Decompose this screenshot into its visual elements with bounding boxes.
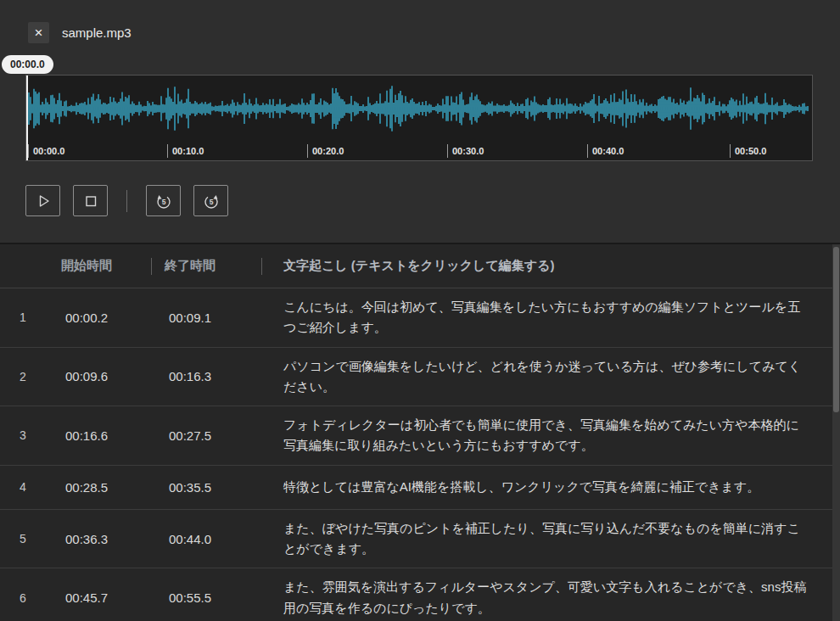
row-start-time[interactable]: 00:45.7 bbox=[44, 590, 129, 605]
waveform bbox=[26, 78, 812, 139]
transcript-header: 開始時間 終了時間 文字起こし (テキストをクリックして編集する) bbox=[0, 244, 840, 288]
scrollbar-thumb[interactable] bbox=[833, 247, 839, 412]
svg-text:5: 5 bbox=[161, 198, 165, 206]
svg-text:5: 5 bbox=[209, 198, 213, 206]
row-start-time[interactable]: 00:00.2 bbox=[44, 310, 129, 325]
rewind-5-button[interactable]: 5 bbox=[146, 185, 181, 216]
stop-icon bbox=[80, 190, 102, 212]
forward-5-button[interactable]: 5 bbox=[193, 185, 228, 216]
row-text[interactable]: 特徴としては豊富なAI機能を搭載し、ワンクリックで写真を綺麗に補正できます。 bbox=[251, 468, 840, 506]
ruler-label: 00:10.0 bbox=[167, 144, 204, 158]
col-header-end: 終了時間 bbox=[129, 258, 251, 274]
titlebar: × sample.mp3 bbox=[0, 0, 840, 43]
play-button[interactable] bbox=[25, 185, 60, 216]
transcript-row: 6 00:45.7 00:55.5 また、雰囲気を演出するフィルターやスタンプ、… bbox=[0, 568, 840, 621]
playhead-marker[interactable] bbox=[26, 76, 28, 160]
row-index: 3 bbox=[0, 428, 44, 442]
row-end-time[interactable]: 00:35.5 bbox=[129, 480, 251, 495]
row-start-time[interactable]: 00:09.6 bbox=[44, 369, 129, 383]
ruler-label: 00:40.0 bbox=[587, 144, 624, 158]
transcript-row: 1 00:00.2 00:09.1 こんにちは。今回は初めて、写真編集をしたい方… bbox=[0, 288, 840, 348]
controls-divider bbox=[126, 190, 127, 212]
transcript-section: 開始時間 終了時間 文字起こし (テキストをクリックして編集する) 1 00:0… bbox=[0, 243, 840, 621]
row-start-time[interactable]: 00:28.5 bbox=[44, 480, 129, 495]
header-separator bbox=[261, 258, 262, 275]
time-ruler: 00:00.0 00:10.0 00:20.0 00:30.0 00:40.0 … bbox=[26, 141, 812, 159]
transcript-row: 5 00:36.3 00:44.0 また、ぼやけた写真のピントを補正したり、写真… bbox=[0, 510, 840, 569]
row-end-time[interactable]: 00:27.5 bbox=[129, 428, 251, 443]
transcript-row: 2 00:09.6 00:16.3 パソコンで画像編集をしたいけど、どれを使うか… bbox=[0, 348, 840, 407]
row-end-time[interactable]: 00:44.0 bbox=[129, 532, 251, 546]
row-text[interactable]: また、ぼやけた写真のピントを補正したり、写真に写り込んだ不要なものを簡単に消すこ… bbox=[251, 510, 840, 568]
player-section: × sample.mp3 00:00.0 00:00.0 00:10.0 00:… bbox=[0, 0, 840, 243]
forward-5-icon: 5 bbox=[200, 190, 222, 212]
row-text[interactable]: こんにちは。今回は初めて、写真編集をしたい方にもおすすめの編集ソフトとツールを五… bbox=[251, 288, 840, 347]
ruler-label: 00:20.0 bbox=[307, 144, 344, 158]
row-text[interactable]: また、雰囲気を演出するフィルターやスタンプ、可愛い文字も入れることができ、sns… bbox=[251, 568, 840, 621]
col-header-start: 開始時間 bbox=[44, 258, 129, 274]
row-index: 2 bbox=[0, 370, 44, 383]
row-start-time[interactable]: 00:36.3 bbox=[44, 532, 129, 546]
ruler-label: 00:00.0 bbox=[28, 144, 64, 158]
row-index: 6 bbox=[0, 591, 44, 605]
waveform-panel[interactable]: 00:00.0 00:10.0 00:20.0 00:30.0 00:40.0 … bbox=[25, 75, 813, 161]
playhead-time-badge: 00:00.0 bbox=[2, 55, 53, 74]
close-button[interactable]: × bbox=[28, 22, 49, 43]
row-index: 5 bbox=[0, 532, 44, 545]
transcript-row: 3 00:16.6 00:27.5 フォトディレクターは初心者でも簡単に使用でき… bbox=[0, 406, 840, 466]
row-start-time[interactable]: 00:16.6 bbox=[44, 428, 129, 443]
transcript-scrollbar[interactable] bbox=[832, 244, 840, 621]
row-index: 1 bbox=[0, 310, 44, 324]
filename-label: sample.mp3 bbox=[62, 25, 132, 40]
rewind-5-icon: 5 bbox=[153, 190, 175, 212]
row-end-time[interactable]: 00:16.3 bbox=[129, 369, 251, 383]
row-text[interactable]: フォトディレクターは初心者でも簡単に使用でき、写真編集を始めてみたい方や本格的に… bbox=[251, 406, 840, 465]
play-icon bbox=[32, 190, 54, 212]
ruler-label: 00:30.0 bbox=[447, 144, 484, 158]
row-end-time[interactable]: 00:09.1 bbox=[129, 310, 251, 325]
transcript-row: 4 00:28.5 00:35.5 特徴としては豊富なAI機能を搭載し、ワンクリ… bbox=[0, 466, 840, 510]
playback-controls: 5 5 bbox=[25, 185, 228, 216]
stop-button[interactable] bbox=[73, 185, 108, 216]
row-index: 4 bbox=[0, 480, 44, 494]
col-header-text: 文字起こし (テキストをクリックして編集する) bbox=[251, 258, 840, 274]
header-separator bbox=[151, 258, 152, 275]
row-text[interactable]: パソコンで画像編集をしたいけど、どれを使うか迷っている方は、ぜひ参考にしてみてく… bbox=[251, 348, 840, 406]
row-end-time[interactable]: 00:55.5 bbox=[129, 590, 251, 605]
ruler-label: 00:50.0 bbox=[730, 144, 766, 158]
